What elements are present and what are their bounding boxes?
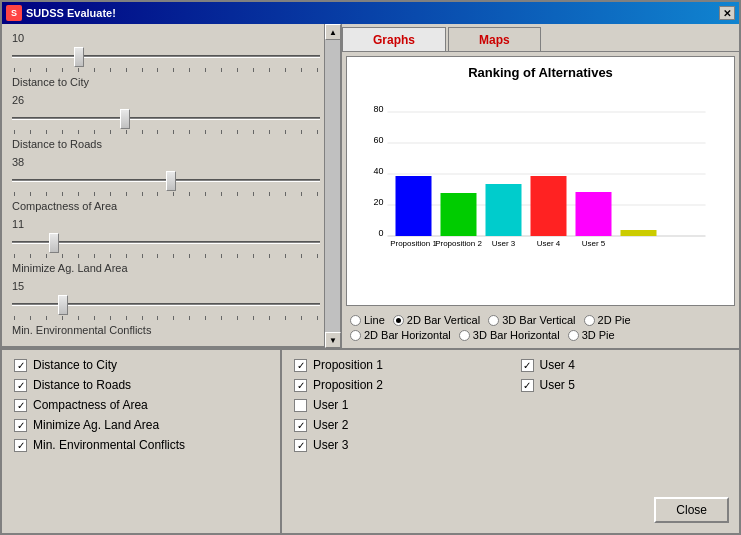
slider-tick xyxy=(110,192,111,196)
slider-tick xyxy=(173,316,174,320)
slider-thumb-4[interactable] xyxy=(58,295,68,315)
radio-2d-bar-horiz[interactable]: 2D Bar Horizontal xyxy=(350,329,451,341)
slider-tick xyxy=(253,254,254,258)
slider-tick xyxy=(30,68,31,72)
radio-line-label: Line xyxy=(364,314,385,326)
radio-2d-pie-circle[interactable] xyxy=(584,315,595,326)
radio-2d-bar-vert-circle[interactable] xyxy=(393,315,404,326)
slider-tick xyxy=(46,316,47,320)
slider-tick xyxy=(126,316,127,320)
slider-track-container-4[interactable] xyxy=(12,294,320,314)
alt-col1-label-3: User 2 xyxy=(313,418,348,432)
app-icon: S xyxy=(6,5,22,21)
alt-col1-checkbox-0[interactable] xyxy=(294,359,307,372)
slider-tick xyxy=(157,130,158,134)
alternatives-col2: User 4User 5 xyxy=(521,358,728,458)
radio-3d-bar-vert[interactable]: 3D Bar Vertical xyxy=(488,314,575,326)
alt-col1-checkbox-4[interactable] xyxy=(294,439,307,452)
radio-3d-bar-vert-circle[interactable] xyxy=(488,315,499,326)
criteria-checkbox-0[interactable] xyxy=(14,359,27,372)
slider-tick xyxy=(205,316,206,320)
criteria-checkbox-1[interactable] xyxy=(14,379,27,392)
svg-text:User 4: User 4 xyxy=(537,239,561,248)
slider-track-0 xyxy=(12,55,320,58)
slider-tick xyxy=(78,130,79,134)
slider-tick xyxy=(30,130,31,134)
radio-3d-bar-horiz-circle[interactable] xyxy=(459,330,470,341)
alt-col2-checkbox-0[interactable] xyxy=(521,359,534,372)
scroll-down-button[interactable]: ▼ xyxy=(325,332,341,348)
radio-3d-pie[interactable]: 3D Pie xyxy=(568,329,615,341)
slider-track-1 xyxy=(12,117,320,120)
radio-row-1: Line 2D Bar Vertical 3D Bar Vertical 2D … xyxy=(350,314,731,326)
slider-tick xyxy=(189,130,190,134)
radio-2d-bar-horiz-label: 2D Bar Horizontal xyxy=(364,329,451,341)
radio-3d-pie-circle[interactable] xyxy=(568,330,579,341)
radio-row-2: 2D Bar Horizontal 3D Bar Horizontal 3D P… xyxy=(350,329,731,341)
criteria-checkbox-2[interactable] xyxy=(14,399,27,412)
criteria-label-3: Minimize Ag. Land Area xyxy=(33,418,159,432)
radio-3d-bar-horiz[interactable]: 3D Bar Horizontal xyxy=(459,329,560,341)
alternatives-col1: Proposition 1Proposition 2User 1User 2Us… xyxy=(294,358,501,458)
slider-tick xyxy=(237,130,238,134)
slider-tick xyxy=(94,192,95,196)
tab-maps[interactable]: Maps xyxy=(448,27,541,51)
slider-tick xyxy=(237,254,238,258)
scroll-up-button[interactable]: ▲ xyxy=(325,24,341,40)
slider-track-container-3[interactable] xyxy=(12,232,320,252)
slider-track-container-1[interactable] xyxy=(12,108,320,128)
slider-tick xyxy=(269,316,270,320)
slider-tick xyxy=(30,316,31,320)
slider-tick xyxy=(221,130,222,134)
close-button[interactable]: Close xyxy=(654,497,729,523)
slider-tick xyxy=(94,68,95,72)
slider-thumb-2[interactable] xyxy=(166,171,176,191)
slider-tick xyxy=(14,130,15,134)
alt-col1-label-1: Proposition 2 xyxy=(313,378,383,392)
slider-tick xyxy=(285,316,286,320)
slider-tick xyxy=(205,254,206,258)
tab-graphs[interactable]: Graphs xyxy=(342,27,446,51)
alt-col2-label-0: User 4 xyxy=(540,358,575,372)
alt-col1-checkbox-1[interactable] xyxy=(294,379,307,392)
alt-col1-checkbox-2[interactable] xyxy=(294,399,307,412)
slider-thumb-3[interactable] xyxy=(49,233,59,253)
svg-text:Proposition 1: Proposition 1 xyxy=(390,239,437,248)
criteria-checkbox-3[interactable] xyxy=(14,419,27,432)
radio-2d-pie[interactable]: 2D Pie xyxy=(584,314,631,326)
slider-thumb-0[interactable] xyxy=(74,47,84,67)
radio-line-circle[interactable] xyxy=(350,315,361,326)
bottom-section: Distance to CityDistance to RoadsCompact… xyxy=(2,348,739,533)
slider-tick xyxy=(253,130,254,134)
alt-col2-item-1: User 5 xyxy=(521,378,728,392)
radio-2d-bar-vert[interactable]: 2D Bar Vertical xyxy=(393,314,480,326)
svg-text:20: 20 xyxy=(373,197,383,207)
slider-scrollbar[interactable]: ▲ ▼ xyxy=(324,24,340,348)
slider-tick xyxy=(94,316,95,320)
slider-tick xyxy=(221,68,222,72)
svg-rect-10 xyxy=(396,176,432,236)
slider-tick xyxy=(46,68,47,72)
svg-rect-13 xyxy=(531,176,567,236)
slider-thumb-1[interactable] xyxy=(120,109,130,129)
slider-track-container-2[interactable] xyxy=(12,170,320,190)
slider-tick xyxy=(253,68,254,72)
slider-tick xyxy=(46,192,47,196)
svg-text:0: 0 xyxy=(378,228,383,238)
slider-tick xyxy=(157,192,158,196)
alt-col1-item-2: User 1 xyxy=(294,398,501,412)
alt-col2-checkbox-1[interactable] xyxy=(521,379,534,392)
close-window-button[interactable]: ✕ xyxy=(719,6,735,20)
slider-tick xyxy=(173,254,174,258)
slider-tick xyxy=(301,192,302,196)
chart-svg: 0 20 40 60 80 xyxy=(355,88,726,297)
alt-col1-checkbox-3[interactable] xyxy=(294,419,307,432)
radio-line[interactable]: Line xyxy=(350,314,385,326)
slider-track-container-0[interactable] xyxy=(12,46,320,66)
svg-text:80: 80 xyxy=(373,104,383,114)
slider-tick xyxy=(317,316,318,320)
radio-2d-bar-horiz-circle[interactable] xyxy=(350,330,361,341)
criteria-checkbox-4[interactable] xyxy=(14,439,27,452)
slider-tick xyxy=(62,254,63,258)
slider-tick xyxy=(78,254,79,258)
